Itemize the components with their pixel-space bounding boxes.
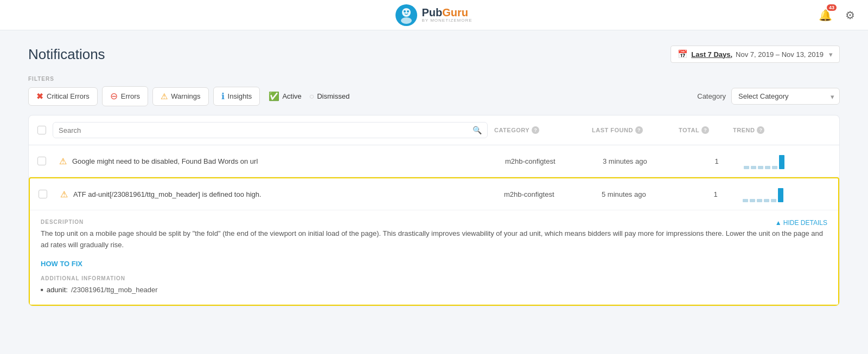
trend-bar — [751, 166, 756, 169]
col-lastfound-header: LAST FOUND ? — [592, 126, 679, 134]
category-help-icon: ? — [532, 126, 539, 134]
active-check-icon: ✅ — [269, 91, 279, 101]
chevron-down-icon: ▾ — [829, 50, 833, 59]
filter-insights-label: Insights — [228, 92, 252, 100]
top-nav: PubGuru BY MONETIZEMORE 🔔 43 ⚙ — [0, 0, 868, 30]
logo-by: BY MONETIZEMORE — [422, 18, 472, 23]
col-total-header: TOTAL ? — [679, 126, 733, 134]
warning-icon: ⚠ — [161, 92, 168, 101]
trend-bar — [757, 199, 762, 202]
settings-button[interactable]: ⚙ — [843, 7, 857, 24]
additional-info-label: ADDITIONAL INFORMATION — [41, 275, 827, 281]
calendar-icon: 📅 — [678, 49, 688, 59]
expanded-row: ⚠ ATF ad-unit[/23081961/ttg_mob_header] … — [29, 177, 839, 306]
logo-text: PubGuru BY MONETIZEMORE — [422, 7, 472, 23]
svg-point-3 — [404, 10, 406, 12]
critical-icon: ✖ — [36, 92, 43, 101]
description-block: DESCRIPTION The top unit on a mobile pag… — [41, 219, 827, 260]
search-box: 🔍 — [53, 122, 488, 138]
description-label: DESCRIPTION — [41, 219, 827, 225]
col-trend-header: TREND ? — [733, 126, 820, 134]
row-1-message: ⚠ Google might need to be disabled, Foun… — [59, 156, 505, 166]
filter-errors-label: Errors — [121, 92, 140, 100]
table-search-row: 🔍 CATEGORY ? LAST FOUND ? TOTAL ? TREND — [29, 115, 839, 145]
details-header-row: DESCRIPTION The top unit on a mobile pag… — [41, 219, 827, 260]
category-select[interactable]: Select Category — [731, 88, 840, 105]
trend-bar — [772, 166, 777, 169]
main-content: Notifications 📅 Last 7 Days, Nov 7, 2019… — [11, 30, 857, 321]
page-header: Notifications 📅 Last 7 Days, Nov 7, 2019… — [28, 46, 840, 63]
column-headers: CATEGORY ? LAST FOUND ? TOTAL ? TREND ? — [494, 126, 831, 134]
svg-point-2 — [401, 17, 412, 24]
range-label: Last 7 Days, — [691, 50, 732, 59]
date-range-picker[interactable]: 📅 Last 7 Days, Nov 7, 2019 – Nov 13, 201… — [671, 46, 840, 63]
insights-icon: ℹ — [221, 91, 225, 101]
filter-errors[interactable]: ⊖ Errors — [102, 86, 148, 106]
expanded-row-category: m2hb-configtest — [504, 190, 602, 198]
row-1-total: 1 — [690, 157, 744, 165]
category-filter-label: Category — [697, 92, 726, 100]
filter-insights[interactable]: ℹ Insights — [213, 87, 260, 106]
trend-bar-highlight — [778, 188, 783, 202]
dismissed-radio-icon: ○ — [309, 92, 315, 101]
trend-bar — [750, 199, 755, 202]
expanded-row-last-found: 5 minutes ago — [602, 190, 688, 198]
trend-bar — [771, 199, 776, 202]
trend-help-icon: ? — [757, 126, 764, 134]
status-dismissed[interactable]: ○ Dismissed — [309, 92, 350, 101]
select-all-checkbox[interactable] — [37, 126, 46, 134]
filter-warnings[interactable]: ⚠ Warnings — [152, 87, 208, 106]
top-nav-actions: 🔔 43 ⚙ — [816, 7, 857, 24]
logo: PubGuru BY MONETIZEMORE — [395, 4, 472, 26]
logo-icon — [395, 4, 417, 26]
row-1-checkbox[interactable] — [37, 157, 46, 165]
hide-details-button[interactable]: ▲ HIDE DETAILS — [775, 219, 827, 227]
page-title: Notifications — [28, 46, 105, 63]
total-help-icon: ? — [701, 126, 709, 134]
table-row[interactable]: ⚠ Google might need to be disabled, Foun… — [29, 145, 839, 177]
additional-info-item: adunit: /23081961/ttg_mob_header — [41, 286, 827, 294]
row-1-warning-icon: ⚠ — [59, 156, 67, 166]
status-active-label: Active — [282, 92, 301, 100]
category-filter: Category Select Category — [697, 88, 840, 105]
filter-warnings-label: Warnings — [171, 92, 200, 100]
category-select-wrapper: Select Category — [731, 88, 840, 105]
svg-point-1 — [402, 8, 411, 17]
logo-guru: Guru — [442, 7, 468, 18]
trend-bar — [758, 166, 763, 169]
status-active[interactable]: ✅ Active — [269, 91, 301, 101]
filters-section: FILTERS ✖ Critical Errors ⊖ Errors ⚠ War… — [28, 76, 840, 106]
status-filters: ✅ Active ○ Dismissed — [269, 91, 349, 101]
trend-bar-highlight — [779, 155, 784, 169]
row-1-trend-chart — [744, 153, 831, 169]
trend-bar — [743, 199, 748, 202]
expanded-row-trend-chart — [743, 186, 829, 202]
filters-row: ✖ Critical Errors ⊖ Errors ⚠ Warnings ℹ … — [28, 86, 840, 106]
expanded-row-total: 1 — [688, 190, 743, 198]
row-1-category: m2hb-configtest — [505, 157, 603, 165]
range-dates: Nov 7, 2019 – Nov 13, 2019 — [736, 50, 824, 59]
filter-critical-errors[interactable]: ✖ Critical Errors — [28, 87, 98, 106]
expanded-row-message: ⚠ ATF ad-unit[/23081961/ttg_mob_header] … — [60, 189, 504, 199]
expanded-row-header[interactable]: ⚠ ATF ad-unit[/23081961/ttg_mob_header] … — [30, 178, 838, 210]
expanded-row-warning-icon: ⚠ — [60, 189, 68, 199]
col-category-header: CATEGORY ? — [494, 126, 592, 134]
expanded-details-wrapper: DESCRIPTION The top unit on a mobile pag… — [30, 210, 838, 305]
trend-bar — [765, 166, 770, 169]
svg-point-4 — [407, 10, 409, 12]
trend-bar — [764, 199, 769, 202]
notifications-button[interactable]: 🔔 43 — [816, 7, 834, 24]
search-input[interactable] — [59, 126, 468, 134]
expanded-row-checkbox[interactable] — [39, 190, 47, 198]
errors-icon: ⊖ — [110, 91, 118, 102]
info-key: adunit: — [47, 286, 68, 294]
bell-icon: 🔔 — [819, 9, 832, 21]
description-text: The top unit on a mobile page should be … — [41, 228, 827, 251]
how-to-fix-link[interactable]: HOW TO FIX — [41, 260, 827, 268]
gear-icon: ⚙ — [845, 9, 855, 21]
filters-label: FILTERS — [28, 76, 840, 82]
notification-badge: 43 — [827, 4, 837, 11]
filter-critical-label: Critical Errors — [47, 92, 90, 100]
info-value: /23081961/ttg_mob_header — [71, 286, 158, 294]
status-dismissed-label: Dismissed — [317, 92, 349, 100]
